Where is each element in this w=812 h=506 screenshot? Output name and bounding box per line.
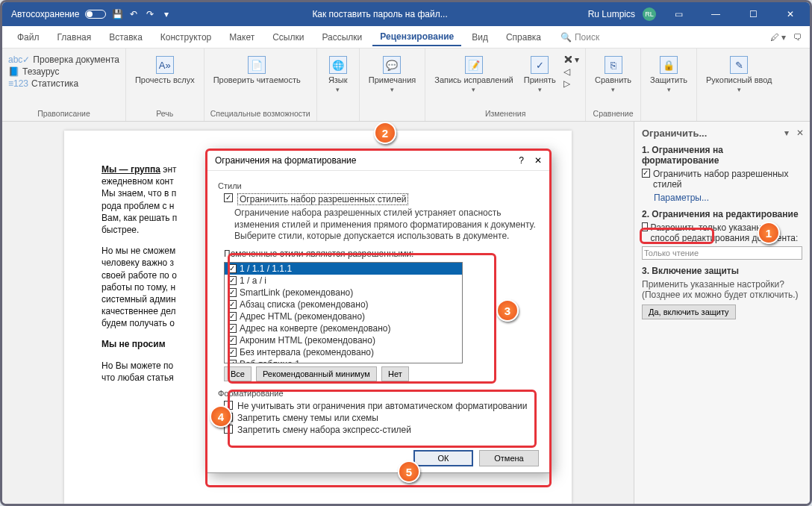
- marked-styles-label: Помеченные стили являются разрешенными:: [224, 249, 539, 259]
- pane-settings-link[interactable]: Параметры...: [654, 193, 802, 203]
- search-placeholder: Поиск: [575, 32, 599, 43]
- style-list-item[interactable]: Без интервала (рекомендовано): [225, 346, 462, 358]
- tab-insert[interactable]: Вставка: [102, 29, 150, 46]
- style-check[interactable]: [228, 288, 237, 297]
- all-button[interactable]: Все: [224, 366, 252, 381]
- group-accessibility-label: Специальные возможности: [210, 109, 310, 119]
- language-icon: 🌐: [329, 56, 347, 74]
- ribbon-options-icon[interactable]: ▭: [663, 5, 693, 23]
- style-check[interactable]: [228, 360, 237, 363]
- tab-design[interactable]: Конструктор: [153, 29, 219, 46]
- comment-icon: 💬: [383, 56, 401, 74]
- tab-references[interactable]: Ссылки: [265, 29, 311, 46]
- tab-home[interactable]: Главная: [50, 29, 99, 46]
- tab-help[interactable]: Справка: [499, 29, 549, 46]
- check-accessibility-button[interactable]: 📄Проверить читаемость: [210, 54, 304, 86]
- group-compare-label: Сравнение: [592, 109, 634, 119]
- limit-styles-check[interactable]: [224, 193, 233, 202]
- tab-view[interactable]: Вид: [464, 29, 496, 46]
- next-change-button[interactable]: ▷: [563, 78, 579, 89]
- restrict-editing-pane: ✕ ▾ Ограничить... 1. Ограничения на форм…: [634, 122, 810, 504]
- pane-title: Ограничить...: [642, 128, 802, 139]
- autosave-label: Автосохранение: [11, 9, 79, 19]
- read-aloud-button[interactable]: A»Прочесть вслух: [132, 54, 198, 86]
- redo-icon[interactable]: ↷: [145, 9, 155, 19]
- style-list-item[interactable]: 1 / a / i: [225, 275, 462, 287]
- dialog-help-icon[interactable]: ?: [519, 155, 524, 166]
- style-list-item[interactable]: Акроним HTML (рекомендовано): [225, 334, 462, 346]
- ink-button[interactable]: ✎Рукописный ввод: [703, 54, 775, 95]
- accept-button[interactable]: ✓Принять: [521, 54, 559, 95]
- pane-limit-check[interactable]: [642, 169, 650, 178]
- pane-close-icon[interactable]: ✕: [796, 128, 804, 138]
- style-list-item[interactable]: Адрес HTML (рекомендовано): [225, 310, 462, 322]
- search-icon: 🔍: [560, 32, 572, 43]
- search-box[interactable]: 🔍 Поиск: [560, 32, 599, 43]
- tab-mailings[interactable]: Рассылки: [314, 29, 369, 46]
- tab-file[interactable]: Файл: [10, 29, 47, 46]
- styles-section-label: Стили: [218, 181, 539, 190]
- accept-icon: ✓: [531, 56, 549, 74]
- prev-change-button[interactable]: ◁: [563, 66, 579, 77]
- track-changes-button[interactable]: 📝Запись исправлений: [431, 54, 516, 95]
- compare-button[interactable]: ⎘Сравнить: [592, 54, 634, 95]
- pane-edit-check[interactable]: [642, 222, 648, 231]
- callout-2: 2: [374, 122, 396, 144]
- compare-icon: ⎘: [605, 56, 622, 74]
- style-list-item[interactable]: Абзац списка (рекомендовано): [225, 299, 462, 310]
- read-aloud-icon: A»: [156, 56, 174, 74]
- dialog-title: Ограничения на форматирование: [215, 155, 356, 166]
- minimize-icon[interactable]: —: [701, 5, 731, 23]
- language-button[interactable]: 🌐Язык: [323, 54, 353, 95]
- none-button[interactable]: Нет: [381, 366, 409, 381]
- style-check[interactable]: [228, 336, 237, 345]
- stats-button[interactable]: ≡123Статистика: [8, 78, 119, 89]
- maximize-icon[interactable]: ☐: [738, 5, 768, 23]
- ink-icon: ✎: [730, 56, 748, 74]
- pane-step3-title: 3. Включение защиты: [642, 266, 739, 276]
- style-check[interactable]: [228, 264, 237, 273]
- avatar[interactable]: RL: [643, 7, 656, 21]
- style-list-item[interactable]: Веб-таблица 1: [225, 358, 462, 363]
- tab-layout[interactable]: Макет: [222, 29, 262, 46]
- pane-menu-icon[interactable]: ▾: [784, 128, 789, 138]
- cancel-button[interactable]: Отмена: [479, 450, 539, 466]
- comments-button[interactable]: 💬Примечания: [366, 54, 419, 95]
- tab-review[interactable]: Рецензирование: [372, 28, 461, 46]
- qat-dropdown-icon[interactable]: ▾: [161, 9, 172, 19]
- protect-icon: 🔒: [660, 56, 678, 74]
- pane-edit-mode: [642, 246, 802, 260]
- document-title: Как поставить пароль на файл...: [172, 9, 587, 19]
- thesaurus-button[interactable]: 📘Тезаурус: [8, 66, 119, 77]
- share-icon[interactable]: 🖊 ▾: [770, 32, 786, 43]
- undo-icon[interactable]: ↶: [128, 9, 139, 19]
- style-check[interactable]: [228, 300, 237, 309]
- group-changes-label: Изменения: [431, 109, 579, 119]
- comments-icon[interactable]: 🗨: [793, 32, 802, 43]
- pane-step1-title: 1. Ограничения на форматирование: [642, 145, 723, 166]
- protect-button[interactable]: 🔒Защитить: [647, 54, 690, 95]
- spellcheck-button[interactable]: abc✓Проверка документа: [8, 54, 119, 65]
- pane-step2-title: 2. Ограничения на редактирование: [642, 209, 799, 219]
- callout-4: 4: [210, 405, 232, 428]
- autosave-toggle[interactable]: [85, 10, 106, 19]
- style-list-item[interactable]: Адрес на конверте (рекомендовано): [225, 322, 462, 334]
- style-check[interactable]: [228, 276, 237, 285]
- styles-listbox[interactable]: 1 / 1.1 / 1.1.11 / a / iSmartLink (реком…: [224, 262, 463, 363]
- track-icon: 📝: [465, 56, 483, 74]
- enable-protection-button[interactable]: Да, включить защиту: [642, 304, 736, 319]
- style-check[interactable]: [228, 312, 237, 321]
- callout-5: 5: [398, 460, 420, 483]
- ok-button[interactable]: ОК: [413, 450, 473, 466]
- dialog-close-icon[interactable]: ✕: [534, 155, 542, 166]
- accessibility-icon: 📄: [248, 56, 266, 74]
- close-icon[interactable]: ✕: [775, 5, 805, 23]
- recommended-button[interactable]: Рекомендованный минимум: [256, 366, 377, 381]
- style-list-item[interactable]: SmartLink (рекомендовано): [225, 287, 462, 299]
- style-check[interactable]: [228, 324, 237, 333]
- reject-button[interactable]: 🗙 ▾: [563, 54, 579, 65]
- style-list-item[interactable]: 1 / 1.1 / 1.1.1: [225, 263, 462, 275]
- save-icon[interactable]: 💾: [112, 9, 122, 19]
- callout-3: 3: [496, 299, 519, 322]
- style-check[interactable]: [228, 348, 237, 357]
